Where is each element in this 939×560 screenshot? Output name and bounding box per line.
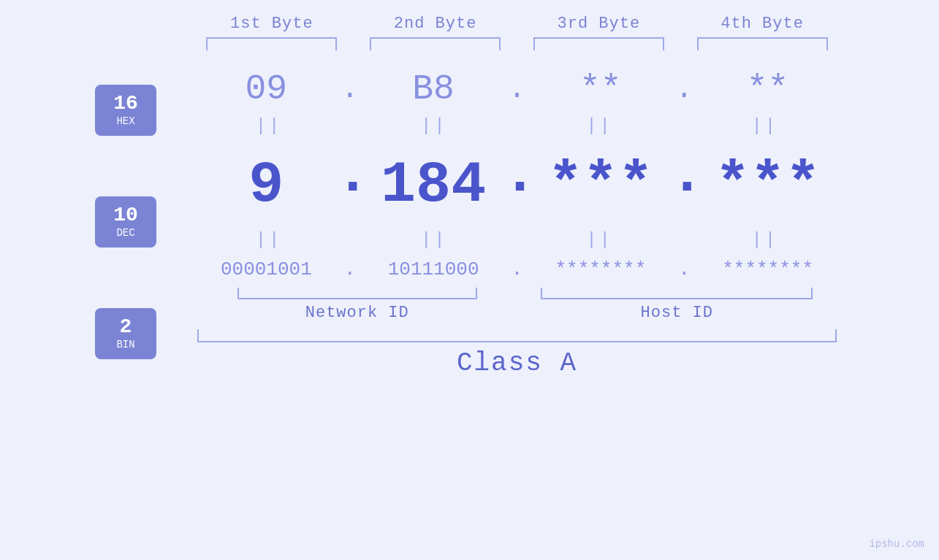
bin-label: BIN bbox=[116, 339, 134, 350]
host-bracket-line bbox=[541, 288, 813, 299]
wide-bottom-bracket bbox=[197, 329, 837, 342]
bin-b2: 10111000 bbox=[365, 258, 503, 280]
sep-dec-1: . bbox=[335, 142, 365, 218]
sep-bin-2: . bbox=[503, 258, 532, 280]
ip-grid: 09 . B8 . ** . ** || || || || 9 . bbox=[190, 58, 844, 378]
dbar-4: || bbox=[693, 116, 837, 136]
sep-dec-3: . bbox=[669, 142, 699, 218]
hex-b2: B8 bbox=[365, 69, 503, 109]
hex-b4: ** bbox=[699, 69, 837, 109]
sep-dec-2: . bbox=[503, 142, 532, 218]
divider-hex-dec: || || || || bbox=[190, 113, 844, 139]
bracket-b1 bbox=[190, 37, 354, 50]
hex-badge: 16 HEX bbox=[95, 85, 156, 136]
top-brackets bbox=[95, 37, 844, 50]
byte3-header: 3rd Byte bbox=[517, 15, 681, 33]
sep-hex-3: . bbox=[669, 73, 699, 106]
sep-hex-1: . bbox=[335, 73, 365, 106]
base-labels: 16 HEX 10 DEC 2 BIN bbox=[95, 58, 190, 378]
bracket-b4 bbox=[680, 37, 844, 50]
dec-badge: 10 DEC bbox=[95, 196, 156, 248]
hex-row: 09 . B8 . ** . ** bbox=[190, 69, 844, 109]
byte2-header: 2nd Byte bbox=[354, 15, 517, 33]
dec-row: 9 . 184 . *** . *** bbox=[190, 142, 844, 224]
hex-label: HEX bbox=[116, 115, 134, 127]
host-id-section: Host ID bbox=[517, 288, 837, 322]
dec-b3: *** bbox=[532, 152, 670, 218]
dec-b1: 9 bbox=[197, 152, 335, 218]
dec-b2: 184 bbox=[365, 152, 503, 218]
network-bracket-line bbox=[237, 288, 477, 299]
dbar2-2: || bbox=[362, 230, 506, 250]
dec-number: 10 bbox=[113, 204, 138, 227]
byte4-header: 4th Byte bbox=[680, 15, 844, 33]
sep-hex-2: . bbox=[503, 73, 532, 106]
byte-headers: 1st Byte 2nd Byte 3rd Byte 4th Byte bbox=[95, 15, 844, 33]
divider-dec-bin: || || || || bbox=[190, 227, 844, 253]
bin-number: 2 bbox=[120, 316, 132, 339]
watermark: ipshu.com bbox=[869, 538, 924, 550]
bin-b3: ******** bbox=[532, 258, 670, 280]
dec-label: DEC bbox=[116, 227, 134, 239]
byte1-header: 1st Byte bbox=[190, 15, 354, 33]
content-area: 16 HEX 10 DEC 2 BIN 09 . B8 . ** . ** bbox=[95, 58, 844, 378]
dbar-2: || bbox=[362, 116, 506, 136]
bottom-brackets-row: Network ID Host ID bbox=[190, 288, 844, 322]
dbar2-3: || bbox=[528, 230, 672, 250]
network-id-label: Network ID bbox=[305, 304, 409, 322]
dbar2-4: || bbox=[693, 230, 837, 250]
main-container: 1st Byte 2nd Byte 3rd Byte 4th Byte 16 H… bbox=[0, 0, 939, 560]
hex-number: 16 bbox=[113, 93, 138, 115]
host-id-label: Host ID bbox=[641, 304, 713, 322]
sep-bin-1: . bbox=[335, 258, 365, 280]
class-label: Class A bbox=[190, 348, 844, 378]
sep-bin-3: . bbox=[669, 258, 699, 280]
bracket-b2 bbox=[354, 37, 517, 50]
dbar-3: || bbox=[528, 116, 672, 136]
dec-b4: *** bbox=[699, 152, 837, 218]
bracket-b3 bbox=[517, 37, 681, 50]
network-id-section: Network ID bbox=[197, 288, 517, 322]
hex-b3: ** bbox=[532, 69, 670, 109]
bin-badge: 2 BIN bbox=[95, 308, 156, 359]
dbar2-1: || bbox=[197, 230, 341, 250]
bin-b1: 00001001 bbox=[197, 258, 335, 280]
dbar-1: || bbox=[197, 116, 341, 136]
hex-b1: 09 bbox=[197, 69, 335, 109]
bin-row: 00001001 . 10111000 . ******** . *******… bbox=[190, 258, 844, 280]
bin-b4: ******** bbox=[699, 258, 837, 280]
